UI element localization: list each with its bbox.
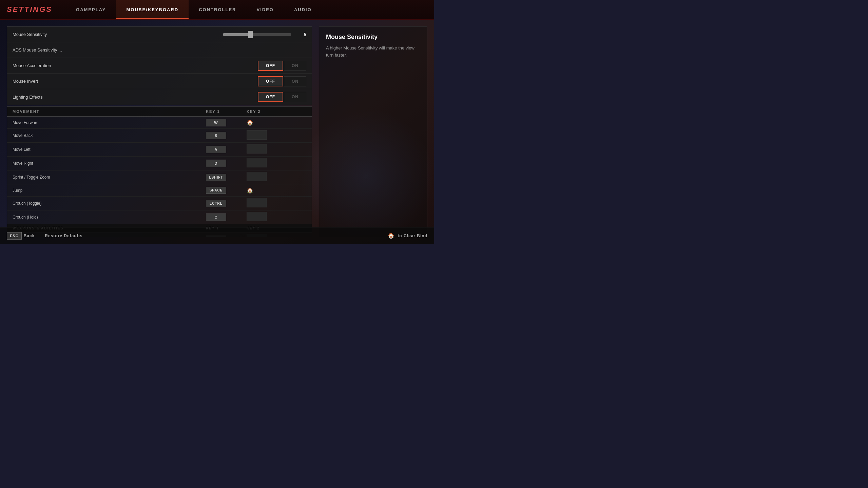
mouse-sensitivity-label: Mouse Sensitivity (13, 32, 223, 37)
table-row: Move Left A (7, 143, 312, 157)
bottom-bar: ESC Back Restore Defaults 🏠 to Clear Bin… (0, 227, 434, 244)
mouse-invert-row: Mouse Invert Off On (7, 74, 312, 89)
help-description: A higher Mouse Sensitivity will make the… (326, 45, 420, 59)
key1-move-left[interactable]: A (206, 146, 247, 153)
settings-title: SETTINGS (7, 5, 52, 14)
mouse-acceleration-toggle: Off On (258, 61, 306, 71)
mouse-acceleration-row: Mouse Acceleration Off On (7, 58, 312, 74)
action-move-left: Move Left (13, 147, 206, 152)
movement-key1-header: KEY 1 (206, 109, 247, 114)
key2-move-right[interactable] (247, 158, 301, 169)
tab-audio[interactable]: AUDIO (284, 0, 322, 19)
tab-gameplay[interactable]: GAMEPLAY (66, 0, 116, 19)
header: SETTINGS GAMEPLAY MOUSE/KEYBOARD CONTROL… (0, 0, 434, 20)
mouse-invert-toggle: Off On (258, 76, 306, 86)
key2-crouch-toggle[interactable] (247, 198, 301, 209)
mouse-invert-off[interactable]: Off (258, 76, 283, 86)
mouse-acceleration-on[interactable]: On (284, 61, 306, 71)
key1-crouch-hold[interactable]: C (206, 214, 247, 221)
mouse-sensitivity-row: Mouse Sensitivity 5 (7, 27, 312, 42)
mouse-acceleration-off[interactable]: Off (258, 61, 283, 71)
table-row: Crouch (Toggle) LCTRL (7, 197, 312, 210)
nav-tabs: GAMEPLAY MOUSE/KEYBOARD CONTROLLER VIDEO… (66, 0, 322, 19)
slider-fill (223, 33, 250, 36)
esc-button[interactable]: ESC (7, 232, 22, 240)
movement-header: MOVEMENT KEY 1 KEY 2 (7, 107, 312, 117)
key1-move-forward[interactable]: W (206, 119, 247, 126)
key1-sprint[interactable]: LSHIFT (206, 174, 247, 181)
table-row: Move Right D (7, 157, 312, 170)
action-sprint: Sprint / Toggle Zoom (13, 175, 206, 180)
tab-video[interactable]: VIDEO (246, 0, 284, 19)
ads-sensitivity-row[interactable]: ADS Mouse Sensitivity ... (7, 42, 312, 58)
action-move-back: Move Back (13, 133, 206, 138)
movement-key2-header: KEY 2 (247, 109, 301, 114)
settings-section-top: Mouse Sensitivity 5 ADS Mouse Sensitivit… (7, 26, 312, 105)
lighting-effects-on[interactable]: On (284, 92, 306, 102)
table-row: Move Forward W 🏠 (7, 117, 312, 129)
key2-move-left[interactable] (247, 144, 301, 155)
mouse-sensitivity-value: 5 (294, 32, 306, 37)
movement-category-label: MOVEMENT (13, 109, 206, 114)
mouse-invert-label: Mouse Invert (13, 79, 258, 84)
back-action[interactable]: ESC Back (7, 232, 35, 240)
controller-clear-icon: 🏠 (388, 232, 395, 239)
mouse-invert-on[interactable]: On (284, 76, 306, 86)
clear-bind-hint: 🏠 to Clear Bind (388, 232, 427, 239)
main-content: Mouse Sensitivity 5 ADS Mouse Sensitivit… (0, 20, 434, 244)
lighting-effects-row: Lighting Effects Off On (7, 89, 312, 105)
table-row: Jump SPACE 🏠 (7, 184, 312, 197)
key1-move-back[interactable]: S (206, 132, 247, 139)
mouse-acceleration-label: Mouse Acceleration (13, 63, 258, 68)
action-jump: Jump (13, 188, 206, 193)
tab-mouse-keyboard[interactable]: MOUSE/KEYBOARD (116, 0, 189, 19)
key2-jump[interactable]: 🏠 (247, 187, 301, 194)
ads-sensitivity-label: ADS Mouse Sensitivity ... (13, 47, 306, 53)
action-crouch-toggle: Crouch (Toggle) (13, 201, 206, 206)
slider-thumb[interactable] (248, 31, 253, 38)
key2-move-back[interactable] (247, 130, 301, 141)
keybind-section: MOVEMENT KEY 1 KEY 2 Move Forward W 🏠 Mo… (7, 106, 312, 237)
slider-container: 5 (223, 32, 306, 37)
key2-move-forward[interactable]: 🏠 (247, 119, 301, 126)
action-move-forward: Move Forward (13, 120, 206, 125)
table-row: Move Back S (7, 129, 312, 143)
back-label: Back (24, 233, 35, 238)
key1-crouch-toggle[interactable]: LCTRL (206, 200, 247, 207)
tab-controller[interactable]: CONTROLLER (189, 0, 246, 19)
keybind-list: Move Forward W 🏠 Move Back S Move Left A (7, 117, 312, 237)
restore-defaults-label: Restore Defaults (45, 233, 82, 238)
lighting-effects-label: Lighting Effects (13, 95, 258, 100)
action-crouch-hold: Crouch (Hold) (13, 215, 206, 220)
table-row: Crouch (Hold) C (7, 210, 312, 224)
key1-jump[interactable]: SPACE (206, 187, 247, 194)
key2-sprint[interactable] (247, 172, 301, 183)
key2-crouch-hold[interactable] (247, 212, 301, 223)
action-move-right: Move Right (13, 161, 206, 166)
table-row: Sprint / Toggle Zoom LSHIFT (7, 170, 312, 184)
help-title: Mouse Sensitivity (326, 34, 420, 41)
left-panel: Mouse Sensitivity 5 ADS Mouse Sensitivit… (7, 26, 312, 237)
restore-defaults-action[interactable]: Restore Defaults (45, 233, 82, 238)
help-panel: Mouse Sensitivity A higher Mouse Sensiti… (319, 26, 427, 237)
clear-bind-label: to Clear Bind (398, 233, 427, 238)
key1-move-right[interactable]: D (206, 160, 247, 167)
mouse-sensitivity-slider[interactable] (223, 33, 291, 36)
lighting-effects-toggle: Off On (258, 92, 306, 102)
lighting-effects-off[interactable]: Off (258, 92, 283, 102)
